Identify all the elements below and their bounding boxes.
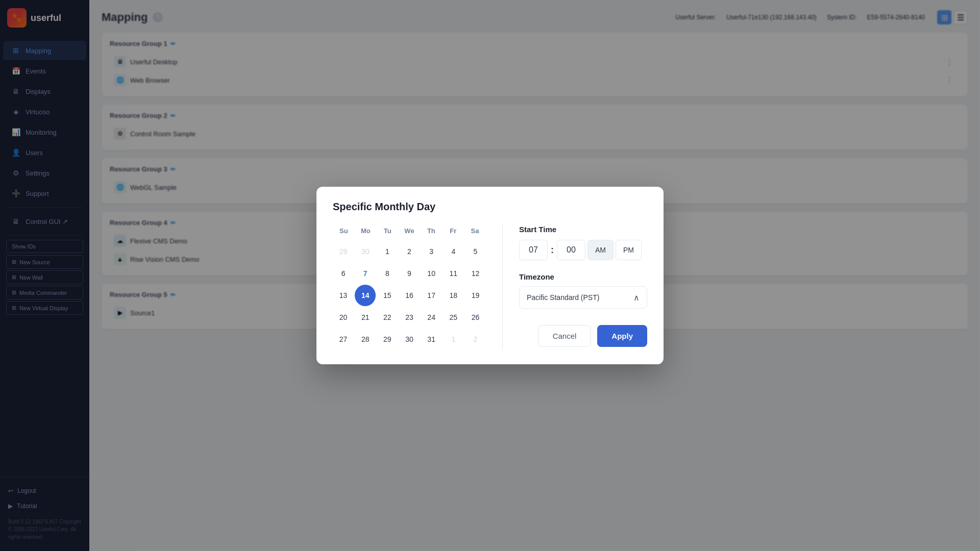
time-panel: Start Time : AM PM Timezone Pacific Stan… — [519, 225, 647, 350]
timezone-label: Timezone — [519, 272, 647, 281]
calendar-cell: 2 — [465, 329, 486, 350]
apply-button[interactable]: Apply — [597, 325, 647, 347]
minute-input[interactable] — [557, 240, 585, 260]
calendar-cell[interactable]: 26 — [465, 307, 486, 328]
calendar-cell[interactable]: 25 — [443, 307, 464, 328]
calendar-cell[interactable]: 14 — [355, 285, 376, 306]
calendar-cell[interactable]: 15 — [377, 285, 398, 306]
calendar-cell[interactable]: 24 — [421, 307, 442, 328]
time-inputs: : AM PM — [519, 240, 647, 260]
calendar-cell: 30 — [355, 241, 376, 262]
calendar-cell[interactable]: 21 — [355, 307, 376, 328]
timezone-value: Pacific Standard (PST) — [527, 293, 599, 302]
calendar-cell[interactable]: 18 — [443, 285, 464, 306]
calendar-cell[interactable]: 4 — [443, 241, 464, 262]
dialog-title: Specific Monthly Day — [333, 201, 647, 213]
am-button[interactable]: AM — [587, 240, 614, 260]
day-su: Su — [333, 225, 355, 237]
calendar-cell[interactable]: 19 — [465, 285, 486, 306]
calendar-cell[interactable]: 10 — [421, 263, 442, 284]
calendar-cell[interactable]: 27 — [333, 329, 354, 350]
calendar-cell[interactable]: 2 — [399, 241, 420, 262]
hour-input[interactable] — [519, 240, 548, 260]
calendar-cell[interactable]: 30 — [399, 329, 420, 350]
calendar-cell[interactable]: 23 — [399, 307, 420, 328]
calendar-cell[interactable]: 8 — [377, 263, 398, 284]
start-time-label: Start Time — [519, 225, 647, 234]
dialog-separator — [502, 225, 503, 350]
cancel-button[interactable]: Cancel — [538, 325, 592, 347]
calendar-cell[interactable]: 11 — [443, 263, 464, 284]
day-tu: Tu — [377, 225, 399, 237]
calendar: Su Mo Tu We Th Fr Sa 2930123456789101112… — [333, 225, 486, 350]
calendar-cell: 29 — [333, 241, 354, 262]
calendar-cell[interactable]: 29 — [377, 329, 398, 350]
modal-overlay: Specific Monthly Day Su Mo Tu We Th Fr S… — [0, 0, 980, 551]
calendar-cell[interactable]: 12 — [465, 263, 486, 284]
day-th: Th — [420, 225, 442, 237]
calendar-cell[interactable]: 20 — [333, 307, 354, 328]
calendar-cell[interactable]: 22 — [377, 307, 398, 328]
time-colon: : — [551, 245, 554, 256]
calendar-grid: 2930123456789101112131415161718192021222… — [333, 241, 486, 350]
day-we: We — [399, 225, 421, 237]
calendar-cell[interactable]: 13 — [333, 285, 354, 306]
calendar-day-names: Su Mo Tu We Th Fr Sa — [333, 225, 486, 237]
specific-monthly-day-dialog: Specific Monthly Day Su Mo Tu We Th Fr S… — [316, 187, 664, 364]
calendar-cell[interactable]: 28 — [355, 329, 376, 350]
calendar-cell[interactable]: 1 — [377, 241, 398, 262]
pm-button[interactable]: PM — [616, 240, 642, 260]
timezone-chevron-icon: ∧ — [633, 293, 640, 303]
calendar-cell[interactable]: 5 — [465, 241, 486, 262]
dialog-actions: Cancel Apply — [519, 325, 647, 347]
dialog-body: Su Mo Tu We Th Fr Sa 2930123456789101112… — [333, 225, 647, 350]
calendar-cell[interactable]: 7 — [355, 263, 376, 284]
day-fr: Fr — [442, 225, 464, 237]
day-mo: Mo — [355, 225, 377, 237]
day-sa: Sa — [464, 225, 486, 237]
calendar-cell[interactable]: 3 — [421, 241, 442, 262]
calendar-cell[interactable]: 9 — [399, 263, 420, 284]
calendar-cell[interactable]: 17 — [421, 285, 442, 306]
calendar-cell[interactable]: 6 — [333, 263, 354, 284]
calendar-cell[interactable]: 16 — [399, 285, 420, 306]
calendar-cell[interactable]: 31 — [421, 329, 442, 350]
timezone-select[interactable]: Pacific Standard (PST) ∧ — [519, 286, 647, 309]
calendar-cell: 1 — [443, 329, 464, 350]
